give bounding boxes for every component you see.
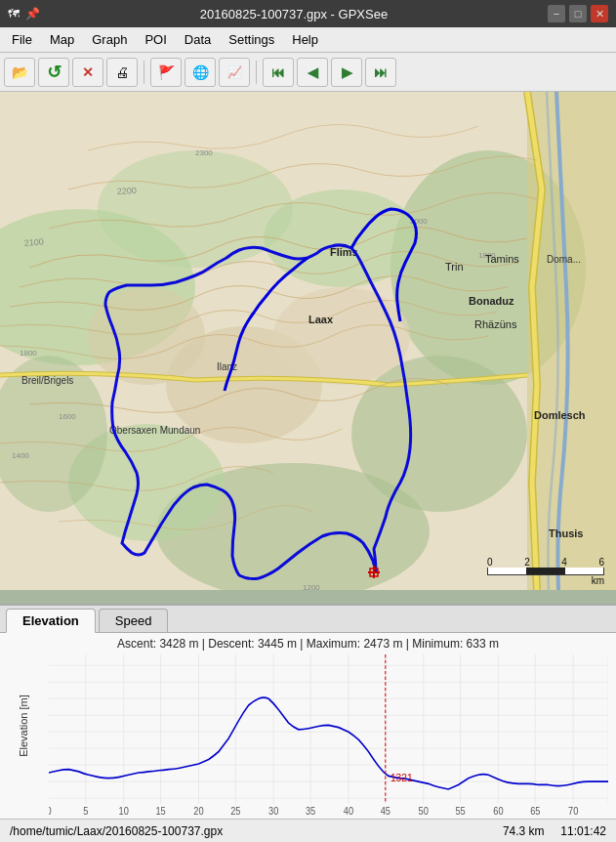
elevation-chart: 2400 2200 2000 1800 1600 1400 1200 1000 … xyxy=(49,654,608,815)
svg-text:Thusis: Thusis xyxy=(549,527,583,539)
svg-text:Trin: Trin xyxy=(445,261,464,273)
elevation-panel: Elevation Speed Ascent: 3428 m | Descent… xyxy=(0,604,616,819)
status-right: 74.3 km 11:01:42 xyxy=(503,824,606,838)
svg-text:10: 10 xyxy=(119,806,130,815)
tab-elevation[interactable]: Elevation xyxy=(6,609,96,633)
svg-text:Tamins: Tamins xyxy=(485,253,519,265)
chart-info: Ascent: 3428 m | Descent: 3445 m | Maxim… xyxy=(0,633,616,653)
scale-seg-3 xyxy=(565,568,603,574)
svg-text:55: 55 xyxy=(455,806,465,815)
chart-container: Elevation [m] xyxy=(0,653,616,819)
svg-text:2100: 2100 xyxy=(23,236,44,248)
svg-text:2300: 2300 xyxy=(195,148,213,157)
menu-graph[interactable]: Graph xyxy=(84,30,135,49)
toolbar-separator-2 xyxy=(256,61,257,84)
svg-text:Obersaxen Mundaun: Obersaxen Mundaun xyxy=(109,425,200,436)
print-button[interactable]: 🖨 xyxy=(106,58,138,87)
maximize-button[interactable]: □ xyxy=(569,5,587,22)
svg-text:35: 35 xyxy=(306,806,315,815)
svg-text:45: 45 xyxy=(381,806,390,815)
scale-unit: km xyxy=(487,575,604,586)
scale-label-2: 2 xyxy=(524,557,530,568)
svg-text:65: 65 xyxy=(530,806,540,815)
minimize-button[interactable]: − xyxy=(548,5,565,22)
svg-text:1200: 1200 xyxy=(303,583,320,590)
scale-label-0: 0 xyxy=(487,557,493,568)
toolbar-separator-1 xyxy=(144,61,144,84)
svg-text:2200: 2200 xyxy=(117,186,138,196)
svg-point-11 xyxy=(273,287,410,385)
svg-text:1800: 1800 xyxy=(20,349,37,358)
toolbar: 📂 ↺ ✕ 🖨 🚩 🌐 📈 ⏮ ◀ ▶ ⏭ xyxy=(0,53,616,92)
next-button[interactable]: ▶ xyxy=(331,58,362,87)
map-area[interactable]: 2100 2200 2300 1600 1400 1800 1200 2000 … xyxy=(0,92,616,604)
svg-text:70: 70 xyxy=(568,806,579,815)
next-next-button[interactable]: ⏭ xyxy=(365,58,396,87)
svg-text:Doma...: Doma... xyxy=(547,254,581,265)
menu-bar: File Map Graph POI Data Settings Help xyxy=(0,27,616,53)
window-title: 20160825-100737.gpx - GPXSee xyxy=(40,7,548,21)
menu-file[interactable]: File xyxy=(4,30,40,49)
scale-label-6: 6 xyxy=(598,557,604,568)
graph-button[interactable]: 📈 xyxy=(219,58,250,87)
window-controls: − □ ✕ xyxy=(548,5,608,22)
reload-button[interactable]: ↺ xyxy=(38,58,69,87)
close-file-button[interactable]: ✕ xyxy=(72,58,103,87)
svg-text:Laax: Laax xyxy=(308,314,334,325)
pin-icon: 📌 xyxy=(25,7,40,21)
prev-prev-button[interactable]: ⏮ xyxy=(263,58,294,87)
tab-speed[interactable]: Speed xyxy=(99,609,169,632)
menu-data[interactable]: Data xyxy=(177,30,219,49)
svg-text:20: 20 xyxy=(193,806,204,815)
svg-text:Breil/Brigels: Breil/Brigels xyxy=(21,375,73,386)
waypoints-button[interactable]: 🚩 xyxy=(150,58,182,87)
svg-text:50: 50 xyxy=(419,806,430,815)
scale-label-4: 4 xyxy=(561,557,567,568)
tab-bar: Elevation Speed xyxy=(0,606,616,633)
svg-text:60: 60 xyxy=(493,806,504,815)
menu-poi[interactable]: POI xyxy=(137,30,174,49)
open-button[interactable]: 📂 xyxy=(4,58,35,87)
svg-text:1400: 1400 xyxy=(12,451,29,460)
file-path: /home/tumic/Laax/20160825-100737.gpx xyxy=(10,824,223,838)
close-button[interactable]: ✕ xyxy=(591,5,608,22)
title-bar: 🗺 📌 20160825-100737.gpx - GPXSee − □ ✕ xyxy=(0,0,616,27)
svg-text:Domlesch: Domlesch xyxy=(534,409,586,421)
online-map-button[interactable]: 🌐 xyxy=(185,58,216,87)
map-background: 2100 2200 2300 1600 1400 1800 1200 2000 … xyxy=(0,92,616,590)
title-bar-left: 🗺 📌 xyxy=(8,7,40,21)
svg-text:1600: 1600 xyxy=(59,412,76,421)
svg-text:5: 5 xyxy=(83,806,88,815)
scale-graphic xyxy=(487,568,604,575)
status-bar: /home/tumic/Laax/20160825-100737.gpx 74.… xyxy=(0,819,616,842)
scale-bar: 0 2 4 6 km xyxy=(487,557,604,586)
scale-labels: 0 2 4 6 xyxy=(487,557,604,568)
svg-text:0: 0 xyxy=(49,806,52,815)
scale-seg-1 xyxy=(488,568,526,574)
svg-text:15: 15 xyxy=(155,806,165,815)
app-icon: 🗺 xyxy=(8,7,20,21)
svg-text:30: 30 xyxy=(268,806,279,815)
scale-seg-2 xyxy=(526,568,564,574)
track-time: 11:01:42 xyxy=(560,824,606,838)
svg-text:25: 25 xyxy=(230,806,240,815)
svg-text:Rhäzüns: Rhäzüns xyxy=(474,318,517,330)
menu-settings[interactable]: Settings xyxy=(221,30,282,49)
track-distance: 74.3 km xyxy=(503,824,545,838)
menu-map[interactable]: Map xyxy=(42,30,82,49)
svg-text:Bonaduz: Bonaduz xyxy=(469,295,514,307)
y-axis-label: Elevation [m] xyxy=(18,695,29,757)
svg-text:1321: 1321 xyxy=(390,772,413,784)
prev-button[interactable]: ◀ xyxy=(297,58,328,87)
svg-text:40: 40 xyxy=(344,806,354,815)
menu-help[interactable]: Help xyxy=(284,30,326,49)
